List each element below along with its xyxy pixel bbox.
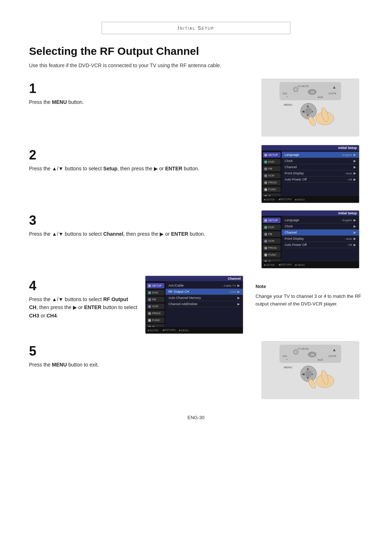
setup-label-3: SETUP — [268, 219, 278, 222]
footer-return-3: ◀ RETURN — [278, 263, 291, 266]
apo-value-3: : Off — [347, 243, 352, 247]
svg-text:+: + — [295, 88, 297, 92]
svg-text:VOL: VOL — [282, 92, 287, 95]
func-label: FUNC — [268, 188, 276, 191]
step-2-number: 2 — [29, 149, 254, 162]
footer-enter-4: ■ ENTER — [148, 329, 159, 332]
step-5-bold-menu: MENU — [52, 362, 67, 368]
step-5-text: Press the MENU button to exit. — [29, 361, 254, 369]
menu-row-lang-3: Language : English ▶ — [285, 217, 356, 223]
prog-dot — [264, 181, 267, 184]
svg-text:CH/TR: CH/TR — [328, 355, 336, 357]
sidebar-4: SETUP DVD PB VCR — [146, 281, 166, 324]
prog-dot-3 — [264, 247, 267, 250]
dvd-label-3: DVD — [268, 226, 274, 229]
sidebar-vcr-4: VCR — [147, 304, 164, 309]
pb-dot-4 — [148, 298, 151, 301]
svg-text:MENU: MENU — [284, 366, 293, 369]
func-label-3: FUNC — [268, 253, 276, 256]
apo-arrow-3: ▶ — [354, 243, 356, 247]
vcr-dot-3 — [264, 240, 267, 243]
footer-menu-4: ■ MENU — [179, 329, 189, 332]
svg-text:OK: OK — [311, 353, 314, 356]
sidebar-prog: PROG — [263, 180, 281, 185]
svg-text:MENU: MENU — [284, 103, 293, 106]
content-area-3: Language : English ▶ Clock ▶ Channel ▶ — [282, 216, 359, 259]
front-display-arrow: ▶ — [354, 171, 356, 175]
menu-header-3: Initial Setup — [262, 211, 359, 216]
clock-label: Clock — [285, 159, 352, 163]
step-2-left: 2 Press the ▲/▼ buttons to select Setup,… — [29, 145, 261, 173]
pb-label-4: PB — [152, 298, 156, 301]
step-4-bold-rf: RF Output CH — [29, 296, 128, 310]
step-4-left: 4 Press the ▲/▼ buttons to select RF Out… — [29, 276, 145, 334]
rfoutput-value: : CH3 — [229, 290, 236, 293]
prog-dot-4 — [148, 312, 151, 315]
step-1-illustration: TV MUTE + ▲ VOL CH/TR OK − AUD MENU ▲ ▼ … — [261, 78, 363, 138]
svg-text:−: − — [286, 95, 288, 99]
step-1-number: 1 — [29, 82, 254, 95]
remote-svg-1: TV MUTE + ▲ VOL CH/TR OK − AUD MENU ▲ ▼ … — [261, 78, 359, 137]
step-2: 2 Press the ▲/▼ buttons to select Setup,… — [29, 145, 363, 203]
menu-row-channel-3: Channel ▶ — [282, 230, 359, 236]
sidebar-pb: PB — [263, 166, 281, 171]
step-4-illustration: Channel SETUP DVD PB — [145, 276, 247, 334]
step-1: 1 Press the MENU button. TV MUTE + ▲ VOL… — [29, 78, 363, 138]
menu-body-2: SETUP DVD PB VCR — [262, 150, 359, 193]
menu-row-clock-3: Clock ▶ — [285, 223, 356, 230]
step-4-note: Note Change your TV to channel 3 or 4 to… — [247, 276, 363, 334]
vcr-label-4: VCR — [152, 305, 158, 308]
sidebar-func-4: FUNC — [147, 317, 164, 323]
clock-arrow: ▶ — [354, 159, 356, 163]
vcr-label: VCR — [268, 174, 274, 177]
svg-point-40 — [305, 370, 312, 377]
menu-body-4: SETUP DVD PB VCR — [146, 281, 243, 324]
footer-menu-3: ■ MENU — [295, 264, 305, 266]
pb-dot-3 — [264, 233, 267, 236]
automem-label: Auto Channel Memory — [168, 296, 236, 300]
svg-text:AUD: AUD — [318, 358, 323, 361]
step-2-bold-enter: ENTER — [165, 166, 182, 171]
sidebar-dvd-3: DVD — [263, 224, 281, 230]
footer-enter-2: ■ ENTER — [264, 198, 275, 201]
sidebar-setup-3: SETUP — [263, 218, 281, 223]
menu-body-3: SETUP DVD PB VCR — [262, 216, 359, 259]
automem-arrow: ▶ — [237, 296, 240, 300]
step-1-bold: MENU — [52, 99, 67, 105]
prog-label: PROG — [268, 181, 277, 184]
step-4-bold-enter: ENTER — [84, 304, 101, 310]
svg-text:◀: ◀ — [302, 109, 305, 113]
antcable-value: : Cable TV — [222, 284, 236, 287]
menu-header-2: Initial Setup — [262, 145, 359, 150]
setup-label-4: SETUP — [152, 284, 162, 287]
page-title: Selecting the RF Output Channel — [29, 45, 363, 57]
prog-label-3: PROG — [268, 246, 277, 250]
sidebar-vcr-3: VCR — [263, 238, 281, 244]
frontdisp-value-3: : Auto — [345, 237, 352, 240]
step-3-bold-channel: Channel — [103, 231, 123, 237]
step-4-bold-ch3: CH3 — [29, 313, 39, 319]
footer-return-2: ◀ RETURN — [278, 198, 291, 201]
step-4: 4 Press the ▲/▼ buttons to select RF Out… — [29, 276, 363, 334]
func-dot — [264, 188, 267, 191]
menu-row-automem: Auto Channel Memory ▶ — [168, 295, 240, 301]
sidebar-2: SETUP DVD PB VCR — [262, 150, 282, 193]
menu-row-antcable: Ant./Cable : Cable TV ▶ — [168, 283, 240, 289]
vcr-label-3: VCR — [268, 239, 274, 243]
menu-row-front-display: Front Display : Auto ▶ — [285, 170, 356, 177]
menu-screenshot-4: Channel SETUP DVD PB — [145, 276, 243, 334]
menu-screenshot-3: Initial Setup SETUP DVD PB — [261, 210, 359, 268]
svg-text:AUD: AUD — [318, 96, 323, 98]
frontdisp-label-3: Front Display — [285, 237, 345, 240]
svg-text:◀: ◀ — [302, 372, 305, 376]
step-5-number: 5 — [29, 345, 254, 358]
svg-text:−: − — [286, 357, 288, 361]
prog-label-4: PROG — [152, 312, 161, 315]
step-5-illustration: TV MUTE + ▲ VOL CH/TR OK − AUD MENU ▲ ▼ … — [261, 341, 363, 400]
channel-arrow-2: ▶ — [354, 165, 356, 169]
dvd-dot-3 — [264, 226, 267, 229]
auto-power-value: : Off — [347, 178, 352, 181]
step-3-illustration: Initial Setup SETUP DVD PB — [261, 210, 363, 268]
pb-label: PB — [268, 167, 272, 170]
step-1-left: 1 Press the MENU button. — [29, 78, 261, 106]
